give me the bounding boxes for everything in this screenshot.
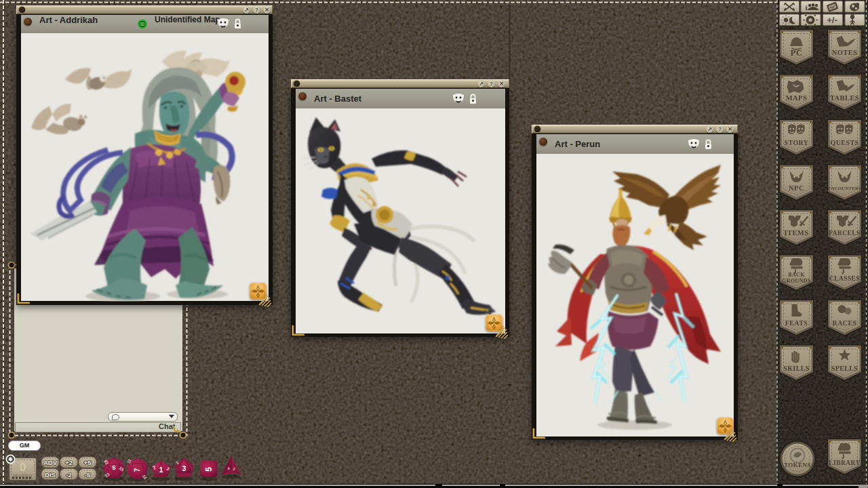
- svg-text:1: 1: [159, 466, 163, 474]
- svg-text:-2: -2: [66, 471, 71, 479]
- svg-text:DIS: DIS: [45, 471, 56, 479]
- svg-text:PARCELS: PARCELS: [829, 230, 860, 237]
- svg-text:+5: +5: [84, 459, 92, 466]
- svg-text:TOKENS: TOKENS: [784, 462, 811, 468]
- svg-text:-5: -5: [85, 471, 91, 479]
- svg-text:MAPS: MAPS: [786, 94, 807, 102]
- svg-text:BACK: BACK: [788, 272, 805, 278]
- svg-text:SKILLS: SKILLS: [783, 365, 810, 372]
- svg-text:SPELLS: SPELLS: [831, 365, 859, 372]
- svg-text:+2: +2: [65, 459, 73, 466]
- svg-text:5: 5: [204, 467, 214, 472]
- svg-text:TABLES: TABLES: [830, 94, 859, 102]
- svg-text:CLASSES: CLASSES: [829, 275, 860, 282]
- svg-text:ENCOUNTERS: ENCOUNTERS: [828, 186, 861, 190]
- svg-text:i: i: [806, 3, 808, 12]
- svg-text:LIBRARY: LIBRARY: [829, 460, 860, 466]
- svg-text:RACES: RACES: [833, 319, 857, 327]
- svg-text:ADV: ADV: [43, 459, 58, 466]
- svg-text:NPC: NPC: [789, 184, 804, 192]
- svg-text:GROUNDS: GROUNDS: [782, 278, 811, 284]
- svg-text:7: 7: [134, 468, 141, 472]
- svg-text:3: 3: [182, 464, 186, 472]
- svg-text:QUESTS: QUESTS: [831, 139, 859, 146]
- svg-text:+/-: +/-: [827, 15, 837, 25]
- svg-text:FEATS: FEATS: [785, 319, 808, 327]
- svg-text:5: 5: [112, 464, 115, 471]
- svg-text:NOTES: NOTES: [832, 49, 858, 56]
- svg-text:ID: ID: [140, 22, 145, 26]
- svg-text:ITEMS: ITEMS: [785, 229, 809, 237]
- svg-text:STORY: STORY: [785, 139, 809, 146]
